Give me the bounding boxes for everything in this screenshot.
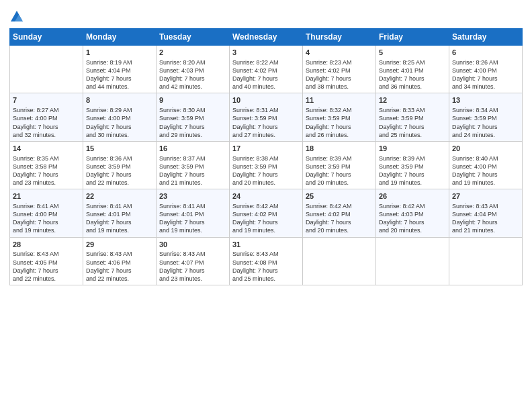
calendar-cell: 3Sunrise: 8:22 AMSunset: 4:02 PMDaylight…: [230, 46, 303, 93]
day-number: 28: [13, 240, 80, 250]
logo-icon: [9, 9, 24, 24]
calendar-cell: 22Sunrise: 8:41 AMSunset: 4:01 PMDayligh…: [83, 189, 157, 237]
day-info: Sunrise: 8:36 AMSunset: 3:59 PMDaylight:…: [86, 154, 153, 187]
day-number: 11: [306, 95, 373, 105]
week-row-4: 28Sunrise: 8:43 AMSunset: 4:05 PMDayligh…: [10, 237, 523, 285]
calendar-cell: 1Sunrise: 8:19 AMSunset: 4:04 PMDaylight…: [83, 46, 157, 93]
day-number: 29: [86, 240, 153, 250]
day-info: Sunrise: 8:43 AMSunset: 4:08 PMDaylight:…: [232, 250, 300, 283]
day-number: 13: [452, 95, 519, 105]
header-row: SundayMondayTuesdayWednesdayThursdayFrid…: [10, 29, 523, 46]
calendar-cell: 23Sunrise: 8:41 AMSunset: 4:01 PMDayligh…: [157, 189, 230, 237]
day-info: Sunrise: 8:19 AMSunset: 4:04 PMDaylight:…: [86, 58, 153, 91]
day-number: 22: [86, 191, 153, 201]
calendar-table: SundayMondayTuesdayWednesdayThursdayFrid…: [9, 28, 523, 285]
calendar-cell: 14Sunrise: 8:35 AMSunset: 3:58 PMDayligh…: [10, 141, 83, 189]
day-info: Sunrise: 8:22 AMSunset: 4:02 PMDaylight:…: [232, 58, 300, 91]
calendar-cell: 11Sunrise: 8:32 AMSunset: 3:59 PMDayligh…: [303, 93, 376, 141]
day-info: Sunrise: 8:23 AMSunset: 4:02 PMDaylight:…: [306, 58, 373, 91]
day-info: Sunrise: 8:30 AMSunset: 3:59 PMDaylight:…: [159, 106, 226, 139]
calendar-cell: 26Sunrise: 8:42 AMSunset: 4:03 PMDayligh…: [376, 189, 449, 237]
day-info: Sunrise: 8:43 AMSunset: 4:07 PMDaylight:…: [159, 250, 226, 283]
week-row-2: 14Sunrise: 8:35 AMSunset: 3:58 PMDayligh…: [10, 141, 523, 189]
day-info: Sunrise: 8:37 AMSunset: 3:59 PMDaylight:…: [159, 154, 226, 187]
day-info: Sunrise: 8:35 AMSunset: 3:58 PMDaylight:…: [13, 154, 80, 187]
day-number: 10: [232, 95, 300, 105]
day-info: Sunrise: 8:33 AMSunset: 3:59 PMDaylight:…: [379, 106, 446, 139]
calendar-cell: 29Sunrise: 8:43 AMSunset: 4:06 PMDayligh…: [83, 237, 157, 285]
calendar-cell: 31Sunrise: 8:43 AMSunset: 4:08 PMDayligh…: [230, 237, 303, 285]
header-cell-saturday: Saturday: [449, 29, 523, 46]
day-info: Sunrise: 8:34 AMSunset: 3:59 PMDaylight:…: [452, 106, 519, 139]
page-container: SundayMondayTuesdayWednesdayThursdayFrid…: [0, 0, 532, 411]
day-info: Sunrise: 8:27 AMSunset: 4:00 PMDaylight:…: [13, 106, 80, 139]
day-info: Sunrise: 8:42 AMSunset: 4:03 PMDaylight:…: [379, 202, 446, 235]
day-info: Sunrise: 8:26 AMSunset: 4:00 PMDaylight:…: [452, 58, 519, 91]
calendar-cell: 27Sunrise: 8:43 AMSunset: 4:04 PMDayligh…: [449, 189, 523, 237]
day-info: Sunrise: 8:32 AMSunset: 3:59 PMDaylight:…: [306, 106, 373, 139]
calendar-header: SundayMondayTuesdayWednesdayThursdayFrid…: [10, 29, 523, 46]
day-number: 7: [13, 95, 80, 105]
day-number: 9: [159, 95, 226, 105]
day-info: Sunrise: 8:42 AMSunset: 4:02 PMDaylight:…: [306, 202, 373, 235]
header-cell-friday: Friday: [376, 29, 449, 46]
day-number: 8: [86, 95, 153, 105]
calendar-cell: [376, 237, 449, 285]
calendar-cell: 13Sunrise: 8:34 AMSunset: 3:59 PMDayligh…: [449, 93, 523, 141]
calendar-cell: 12Sunrise: 8:33 AMSunset: 3:59 PMDayligh…: [376, 93, 449, 141]
day-number: 23: [159, 191, 226, 201]
day-info: Sunrise: 8:42 AMSunset: 4:02 PMDaylight:…: [232, 202, 300, 235]
page-header: [9, 7, 523, 24]
calendar-cell: 28Sunrise: 8:43 AMSunset: 4:05 PMDayligh…: [10, 237, 83, 285]
calendar-body: 1Sunrise: 8:19 AMSunset: 4:04 PMDaylight…: [10, 46, 523, 285]
day-info: Sunrise: 8:20 AMSunset: 4:03 PMDaylight:…: [159, 58, 226, 91]
calendar-cell: 30Sunrise: 8:43 AMSunset: 4:07 PMDayligh…: [157, 237, 230, 285]
day-info: Sunrise: 8:38 AMSunset: 3:59 PMDaylight:…: [232, 154, 300, 187]
calendar-cell: [10, 46, 83, 93]
day-number: 27: [452, 191, 519, 201]
day-info: Sunrise: 8:43 AMSunset: 4:06 PMDaylight:…: [86, 250, 153, 283]
day-number: 24: [232, 191, 300, 201]
day-number: 3: [232, 48, 300, 58]
header-cell-thursday: Thursday: [303, 29, 376, 46]
calendar-cell: [449, 237, 523, 285]
calendar-cell: 16Sunrise: 8:37 AMSunset: 3:59 PMDayligh…: [157, 141, 230, 189]
calendar-cell: 24Sunrise: 8:42 AMSunset: 4:02 PMDayligh…: [230, 189, 303, 237]
header-cell-tuesday: Tuesday: [157, 29, 230, 46]
day-info: Sunrise: 8:41 AMSunset: 4:01 PMDaylight:…: [86, 202, 153, 235]
calendar-cell: 10Sunrise: 8:31 AMSunset: 3:59 PMDayligh…: [230, 93, 303, 141]
logo: [9, 9, 26, 24]
calendar-cell: 19Sunrise: 8:39 AMSunset: 3:59 PMDayligh…: [376, 141, 449, 189]
calendar-cell: 8Sunrise: 8:29 AMSunset: 4:00 PMDaylight…: [83, 93, 157, 141]
day-info: Sunrise: 8:39 AMSunset: 3:59 PMDaylight:…: [306, 154, 373, 187]
day-number: 31: [232, 240, 300, 250]
calendar-cell: 7Sunrise: 8:27 AMSunset: 4:00 PMDaylight…: [10, 93, 83, 141]
day-number: 20: [452, 144, 519, 154]
day-info: Sunrise: 8:40 AMSunset: 4:00 PMDaylight:…: [452, 154, 519, 187]
week-row-0: 1Sunrise: 8:19 AMSunset: 4:04 PMDaylight…: [10, 46, 523, 93]
day-number: 17: [232, 144, 300, 154]
day-number: 12: [379, 95, 446, 105]
calendar-cell: 17Sunrise: 8:38 AMSunset: 3:59 PMDayligh…: [230, 141, 303, 189]
day-info: Sunrise: 8:41 AMSunset: 4:01 PMDaylight:…: [159, 202, 226, 235]
day-number: 26: [379, 191, 446, 201]
day-number: 16: [159, 144, 226, 154]
calendar-cell: 2Sunrise: 8:20 AMSunset: 4:03 PMDaylight…: [157, 46, 230, 93]
day-info: Sunrise: 8:39 AMSunset: 3:59 PMDaylight:…: [379, 154, 446, 187]
calendar-cell: 5Sunrise: 8:25 AMSunset: 4:01 PMDaylight…: [376, 46, 449, 93]
calendar-cell: 6Sunrise: 8:26 AMSunset: 4:00 PMDaylight…: [449, 46, 523, 93]
day-info: Sunrise: 8:29 AMSunset: 4:00 PMDaylight:…: [86, 106, 153, 139]
day-number: 15: [86, 144, 153, 154]
calendar-cell: 9Sunrise: 8:30 AMSunset: 3:59 PMDaylight…: [157, 93, 230, 141]
calendar-cell: [303, 237, 376, 285]
week-row-3: 21Sunrise: 8:41 AMSunset: 4:00 PMDayligh…: [10, 189, 523, 237]
day-number: 25: [306, 191, 373, 201]
day-info: Sunrise: 8:25 AMSunset: 4:01 PMDaylight:…: [379, 58, 446, 91]
day-number: 19: [379, 144, 446, 154]
day-number: 18: [306, 144, 373, 154]
calendar-cell: 20Sunrise: 8:40 AMSunset: 4:00 PMDayligh…: [449, 141, 523, 189]
day-number: 14: [13, 144, 80, 154]
day-number: 6: [452, 48, 519, 58]
header-cell-sunday: Sunday: [10, 29, 83, 46]
calendar-cell: 18Sunrise: 8:39 AMSunset: 3:59 PMDayligh…: [303, 141, 376, 189]
